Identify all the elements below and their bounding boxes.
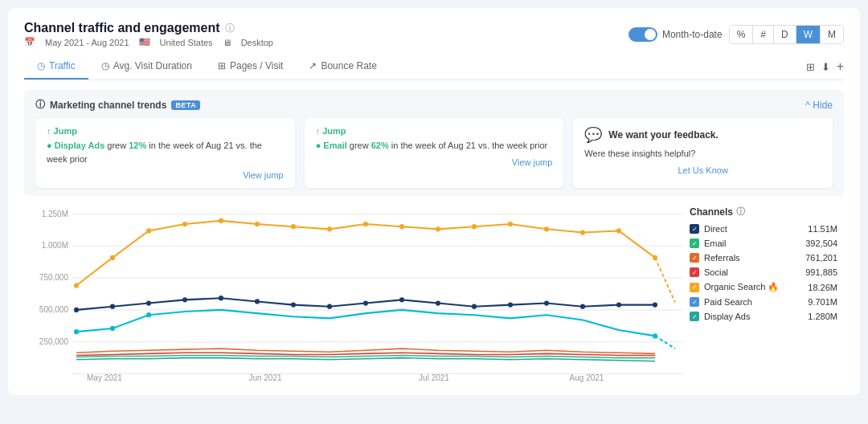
desktop-icon: 🖥 (223, 38, 231, 47)
info-icon[interactable]: ⓘ (225, 22, 235, 35)
dot (74, 283, 79, 287)
social-line (76, 353, 655, 355)
email-line (76, 355, 655, 357)
svg-text:1.250M: 1.250M (42, 209, 68, 218)
svg-point-25 (436, 300, 440, 305)
dot (110, 255, 115, 260)
excel-icon[interactable]: ⊞ (806, 61, 815, 73)
dot (327, 226, 332, 231)
svg-text:Aug 2021: Aug 2021 (570, 373, 604, 382)
tab-avg-visit-duration[interactable]: ◷ Avg. Visit Duration (88, 54, 205, 80)
referrals-checkbox[interactable]: ✓ (690, 253, 699, 263)
card-text-1: ● Display Ads grew 12% in the week of Au… (47, 139, 284, 165)
svg-point-30 (616, 302, 621, 307)
legend-item-referrals: ✓ Referrals 761,201 (690, 253, 837, 263)
insight-card-email: ↑ Jump ● Email grew 62% in the week of A… (305, 118, 564, 188)
insight-card-feedback: 💬 We want your feedback. Were these insi… (573, 118, 833, 188)
dot (580, 230, 585, 234)
hide-button[interactable]: ^ Hide (805, 100, 833, 111)
svg-point-20 (255, 299, 260, 304)
dot (544, 226, 549, 231)
svg-text:May 2021: May 2021 (87, 373, 122, 382)
svg-point-26 (472, 304, 477, 309)
dot (363, 222, 368, 226)
calendar-icon: 📅 (24, 37, 35, 47)
referrals-label: Referrals (704, 253, 740, 263)
month-to-date-toggle[interactable] (628, 27, 657, 42)
channels-label: Channels (690, 206, 733, 218)
organic-search-value: 18.26M (808, 283, 837, 292)
device: Desktop (241, 38, 273, 47)
jump-label-1: ↑ Jump (47, 126, 284, 136)
tab-bounce-rate[interactable]: ↗ Bounce Rate (296, 54, 389, 80)
display-ads-value: 1.280M (808, 312, 837, 321)
dot (255, 222, 260, 226)
insight-card-display-ads: ↑ Jump ● Display Ads grew 12% in the wee… (35, 118, 295, 188)
marketing-trends-section: ⓘ Marketing channel trends BETA ^ Hide ↑… (24, 90, 844, 196)
clock-icon: ◷ (101, 60, 109, 71)
hash-button[interactable]: # (753, 26, 774, 43)
add-icon[interactable]: + (837, 59, 844, 74)
direct-label: Direct (704, 224, 727, 234)
social-checkbox[interactable]: ✓ (690, 267, 699, 277)
view-jump-link-1[interactable]: View jump (47, 170, 284, 180)
organic-search-label: Organic Search 🔥 (704, 282, 779, 292)
insight-cards: ↑ Jump ● Display Ads grew 12% in the wee… (35, 118, 833, 188)
svg-point-18 (182, 297, 187, 302)
direct-checkbox[interactable]: ✓ (690, 224, 699, 234)
traffic-icon: ◷ (37, 60, 45, 71)
card-text-2: ● Email grew 62% in the week of Aug 21 v… (316, 139, 553, 153)
svg-point-29 (580, 304, 585, 309)
display-ads-checkbox[interactable]: ✓ (690, 312, 699, 321)
let-us-know-link[interactable]: Let Us Know (584, 165, 821, 175)
page-title: Channel traffic and engagement (24, 21, 220, 35)
svg-point-15 (74, 308, 79, 312)
svg-text:Jul 2021: Jul 2021 (419, 373, 449, 382)
feedback-text: Were these insights helpful? (584, 147, 821, 161)
marketing-trends-label: Marketing channel trends (50, 100, 166, 111)
svg-point-17 (146, 300, 151, 305)
month-button[interactable]: M (821, 26, 843, 43)
tab-traffic[interactable]: ◷ Traffic (24, 54, 88, 80)
country: United States (160, 38, 213, 47)
chart-legend: Channels ⓘ ✓ Direct 11.51M ✓ Email 392,5… (683, 206, 844, 382)
main-tabs: ◷ Traffic ◷ Avg. Visit Duration ⊞ Pages … (24, 54, 390, 80)
email-checkbox[interactable]: ✓ (690, 238, 699, 248)
social-value: 991,885 (805, 267, 837, 277)
line-chart: 1.250M 1.000M 750,000 500,000 250,000 Ma… (24, 206, 683, 382)
dot (146, 228, 151, 233)
dot (472, 224, 477, 229)
svg-text:500,000: 500,000 (39, 305, 68, 314)
paid-search-line (76, 310, 655, 336)
paid-search-checkbox[interactable]: ✓ (690, 297, 699, 307)
svg-point-19 (219, 296, 223, 300)
svg-point-31 (653, 302, 657, 307)
view-jump-link-2[interactable]: View jump (316, 157, 553, 167)
tab-pages-visit[interactable]: ⊞ Pages / Visit (205, 54, 296, 80)
day-button[interactable]: D (774, 26, 796, 43)
chart-area: 1.250M 1.000M 750,000 500,000 250,000 Ma… (24, 206, 844, 382)
download-icon[interactable]: ⬇ (821, 61, 830, 73)
svg-text:250,000: 250,000 (39, 337, 68, 346)
email-value: 392,504 (805, 238, 837, 248)
legend-item-display-ads: ✓ Display Ads 1.280M (690, 312, 837, 321)
organic-search-line (76, 221, 655, 286)
dot (508, 222, 513, 226)
week-button[interactable]: W (796, 26, 821, 43)
legend-item-paid-search: ✓ Paid Search 9.701M (690, 297, 837, 307)
jump-label-2: ↑ Jump (316, 126, 553, 136)
referrals-value: 761,201 (805, 253, 837, 263)
legend-item-organic-search: ✓ Organic Search 🔥 18.26M (690, 282, 837, 292)
dot (616, 228, 621, 233)
svg-text:Jun 2021: Jun 2021 (248, 373, 281, 382)
svg-point-16 (110, 304, 115, 309)
paid-search-value: 9.701M (808, 297, 837, 307)
svg-point-24 (399, 297, 404, 302)
percent-button[interactable]: % (730, 26, 754, 43)
svg-text:750,000: 750,000 (39, 273, 68, 282)
display-ads-line (76, 358, 655, 361)
organic-search-checkbox[interactable]: ✓ (690, 283, 699, 292)
dot (182, 222, 187, 226)
marketing-trends-icon: ⓘ (35, 98, 45, 112)
dot (291, 224, 296, 229)
